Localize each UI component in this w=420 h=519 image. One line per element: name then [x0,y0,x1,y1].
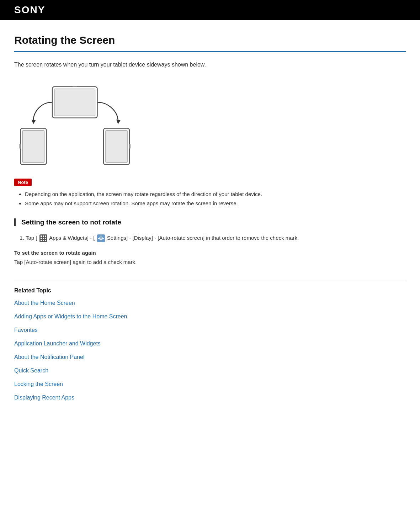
note-item-1: Depending on the application, the screen… [25,190,406,199]
svg-rect-25 [101,240,101,242]
svg-rect-9 [106,130,127,162]
step1-text-mid1: Apps & Widgets] - [ [49,235,95,241]
step1-text-before: Tap [ [26,235,37,241]
related-divider [14,281,406,281]
svg-marker-4 [116,120,121,124]
related-link-item: Locking the Screen [14,380,406,388]
svg-rect-6 [22,130,44,162]
related-link-2[interactable]: Adding Apps or Widgets to the Home Scree… [14,313,127,319]
note-section: Note Depending on the application, the s… [14,179,406,208]
svg-rect-14 [45,235,46,237]
related-link-5[interactable]: About the Notification Panel [14,354,84,360]
sub-section: Setting the screen to not rotate [14,218,406,226]
main-content: Rotating the Screen The screen rotates w… [0,20,420,428]
svg-marker-3 [32,120,36,124]
svg-point-23 [100,238,101,239]
svg-rect-20 [45,240,46,241]
step1-text-mid2: Settings] - [Display] - [Auto-rotate scr… [107,235,299,241]
related-link-item: Displaying Recent Apps [14,393,406,402]
to-set-heading: To set the screen to rotate again [14,250,406,256]
note-item-2: Some apps may not support screen rotatio… [25,199,406,208]
svg-rect-26 [98,238,99,239]
related-link-6[interactable]: Quick Search [14,367,48,374]
related-link-item: About the Home Screen [14,299,406,307]
svg-rect-17 [45,238,46,239]
related-link-item: Adding Apps or Widgets to the Home Scree… [14,312,406,321]
svg-rect-18 [41,240,42,241]
settings-icon [97,234,105,242]
related-link-item: About the Notification Panel [14,353,406,361]
to-set-text: Tap [Auto-rotate screen] again to add a … [14,258,406,266]
svg-rect-15 [41,238,42,239]
svg-rect-13 [43,235,44,237]
svg-rect-19 [43,240,44,241]
svg-rect-2 [72,86,77,87]
header: SONY [0,0,420,20]
related-links: About the Home Screen Adding Apps or Wid… [14,299,406,402]
step-1: Tap [ Apps & Widgets] - [ [26,233,406,243]
rotation-diagram [14,80,142,166]
apps-widgets-icon [39,234,47,242]
diagram-area [14,80,406,166]
related-heading: Related Topic [14,287,406,294]
note-badge: Note [14,179,32,186]
svg-rect-10 [129,144,131,149]
svg-rect-7 [20,144,21,149]
related-link-7[interactable]: Locking the Screen [14,381,63,387]
steps-list: Tap [ Apps & Widgets] - [ [14,233,406,243]
svg-rect-1 [54,89,95,116]
svg-rect-27 [103,238,104,239]
related-link-8[interactable]: Displaying Recent Apps [14,394,74,401]
page-title: Rotating the Screen [14,34,406,46]
svg-rect-12 [41,235,42,237]
related-link-item: Favorites [14,326,406,334]
related-link-4[interactable]: Application Launcher and Widgets [14,340,101,346]
svg-rect-16 [43,238,44,239]
related-link-item: Application Launcher and Widgets [14,339,406,348]
related-link-3[interactable]: Favorites [14,327,38,333]
svg-rect-24 [101,235,101,236]
intro-text: The screen rotates when you turn your ta… [14,60,406,69]
sony-logo: SONY [14,4,45,16]
sub-section-heading: Setting the screen to not rotate [21,218,406,226]
related-link-1[interactable]: About the Home Screen [14,300,75,306]
note-list: Depending on the application, the screen… [14,190,406,208]
title-divider [14,51,406,52]
related-link-item: Quick Search [14,366,406,375]
